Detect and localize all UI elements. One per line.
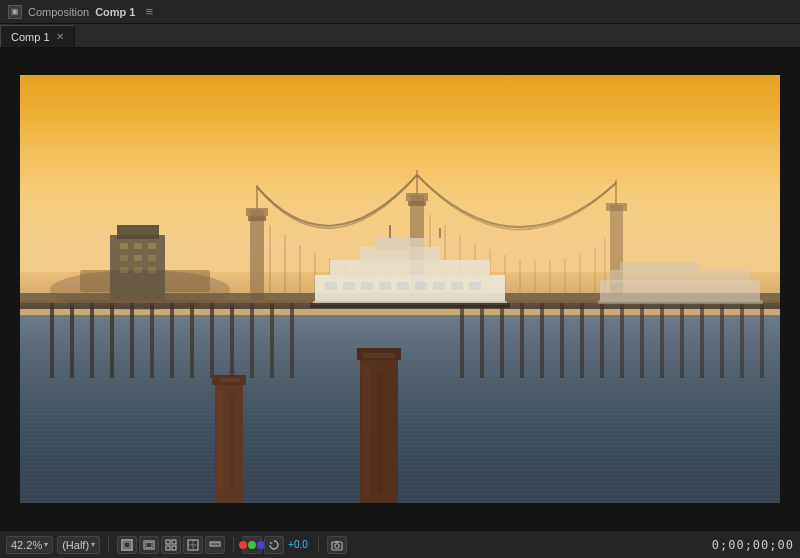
svg-rect-62: [290, 303, 294, 378]
zoom-value: 42.2%: [11, 539, 42, 551]
quality-control[interactable]: (Half) ▾: [57, 536, 100, 554]
zoom-control[interactable]: 42.2% ▾: [6, 536, 53, 554]
guides-btn[interactable]: [183, 536, 203, 554]
rotation-btn[interactable]: [264, 536, 284, 554]
svg-rect-56: [170, 303, 174, 378]
comp-canvas: [20, 75, 780, 503]
rulers-btn[interactable]: [205, 536, 225, 554]
green-dot: [248, 541, 256, 549]
svg-rect-64: [480, 303, 484, 378]
red-dot: [239, 541, 247, 549]
svg-rect-67: [540, 303, 544, 378]
svg-rect-119: [172, 546, 176, 550]
svg-rect-69: [580, 303, 584, 378]
svg-point-130: [335, 543, 339, 547]
svg-rect-65: [500, 303, 504, 378]
svg-marker-128: [270, 542, 273, 544]
panel-icon: ▣: [8, 5, 22, 19]
svg-rect-109: [220, 378, 240, 382]
guides-icon: [187, 539, 199, 551]
svg-rect-52: [90, 303, 94, 378]
svg-rect-76: [720, 303, 724, 378]
svg-rect-111: [20, 75, 780, 305]
svg-rect-55: [150, 303, 154, 378]
tab-label: Comp 1: [11, 31, 50, 43]
quality-dropdown-icon: ▾: [91, 540, 95, 549]
grid-btn[interactable]: [161, 536, 181, 554]
tab-bar: Comp 1 ✕: [0, 24, 800, 48]
svg-rect-110: [363, 353, 395, 358]
svg-rect-61: [270, 303, 274, 378]
svg-rect-103: [230, 395, 234, 490]
composition-name: Comp 1: [95, 6, 135, 18]
svg-rect-123: [210, 542, 220, 546]
rotation-icon: [268, 539, 280, 551]
bridge-svg: [20, 75, 780, 503]
exposure-value: +0.0: [286, 539, 310, 550]
svg-rect-102: [218, 390, 223, 490]
fit-icon: [121, 539, 133, 551]
separator-2: [233, 537, 234, 553]
svg-rect-72: [640, 303, 644, 378]
svg-rect-73: [660, 303, 664, 378]
camera-icon: [331, 539, 343, 551]
svg-rect-116: [166, 540, 170, 544]
comp-tab[interactable]: Comp 1 ✕: [0, 25, 75, 47]
timecode-display: 0;00;00;00: [712, 538, 794, 552]
svg-rect-54: [130, 303, 134, 378]
grid-icon: [165, 539, 177, 551]
svg-rect-70: [600, 303, 604, 378]
svg-rect-59: [230, 303, 234, 378]
svg-rect-58: [210, 303, 214, 378]
rulers-icon: [209, 539, 221, 551]
safe-zones-btn[interactable]: [139, 536, 159, 554]
svg-rect-115: [146, 542, 152, 547]
panel-menu-icon[interactable]: ≡: [145, 4, 153, 19]
svg-rect-66: [520, 303, 524, 378]
svg-rect-57: [190, 303, 194, 378]
fit-btn[interactable]: [117, 536, 137, 554]
svg-rect-117: [172, 540, 176, 544]
svg-rect-107: [363, 365, 370, 495]
quality-label: (Half): [62, 539, 89, 551]
svg-rect-131: [335, 541, 339, 543]
view-buttons: [117, 536, 225, 554]
color-dots: [239, 541, 265, 549]
svg-rect-108: [378, 373, 383, 493]
svg-rect-68: [560, 303, 564, 378]
svg-rect-77: [740, 303, 744, 378]
snapshot-btn[interactable]: [327, 536, 347, 554]
svg-rect-113: [124, 542, 130, 548]
composition-viewport: [0, 48, 800, 530]
color-correction-btn[interactable]: [242, 536, 262, 554]
svg-rect-51: [70, 303, 74, 378]
separator-1: [108, 537, 109, 553]
separator-3: [318, 537, 319, 553]
panel-label: Composition: [28, 6, 89, 18]
svg-rect-63: [460, 303, 464, 378]
panel-header: ▣ Composition Comp 1 ≡: [0, 0, 800, 24]
svg-rect-53: [110, 303, 114, 378]
svg-rect-74: [680, 303, 684, 378]
bottom-toolbar: 42.2% ▾ (Half) ▾: [0, 530, 800, 558]
zoom-dropdown-icon: ▾: [44, 540, 48, 549]
color-buttons: +0.0: [242, 536, 310, 554]
svg-rect-50: [50, 303, 54, 378]
svg-rect-71: [620, 303, 624, 378]
svg-rect-129: [332, 542, 342, 550]
svg-rect-78: [760, 303, 764, 378]
safe-zones-icon: [143, 539, 155, 551]
svg-rect-75: [700, 303, 704, 378]
svg-rect-118: [166, 546, 170, 550]
tab-close-icon[interactable]: ✕: [56, 31, 64, 42]
svg-rect-60: [250, 303, 254, 378]
